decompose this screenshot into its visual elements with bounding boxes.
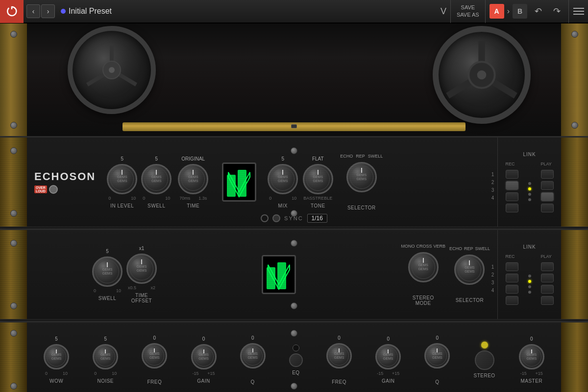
power-button[interactable] [0,0,24,23]
panel1: ECHOSON OVERLOUD 5 GEMSGEMS 0 10 [0,136,588,227]
panel2-gold-right [561,230,588,319]
ab-button-b[interactable]: B [513,4,527,19]
screw [571,31,578,38]
screw [291,383,297,390]
screw [10,122,17,129]
panel2: 5 GEMSGEMS 0 10 SWELL x1 GE [0,229,588,319]
toolbar: ‹ › Initial Preset V SAVE SAVE AS A › B … [0,0,588,23]
next-button[interactable]: › [41,4,55,18]
preset-name: Initial Preset [69,7,437,16]
reel-spokes-right [442,36,521,114]
screw [571,122,578,129]
screw [291,240,297,247]
panel3-gold-right [561,323,588,392]
nav-section: ‹ › [24,4,58,18]
ab-arrow[interactable]: › [507,7,510,16]
reel-right-mount [433,26,521,114]
svg-point-4 [109,67,115,73]
save-section: SAVE SAVE AS [450,0,486,23]
preset-dropdown[interactable]: V [437,4,450,18]
screw [291,147,297,154]
screw [291,302,297,309]
save-button[interactable]: SAVE [461,4,475,11]
screw [291,210,297,217]
tape-notch [291,124,297,128]
screw [291,330,297,337]
screw [10,31,17,38]
menu-button[interactable] [568,0,588,23]
tape-machine-body [27,23,561,136]
reel-right-outer [433,26,531,124]
reel-left-outer [68,26,156,114]
prev-button[interactable]: ‹ [26,4,40,18]
gold-frame-left [0,23,27,136]
save-as-button[interactable]: SAVE AS [457,11,479,19]
ab-button-a[interactable]: A [490,4,504,19]
redo-button[interactable]: ↷ [549,3,564,19]
reel-left-mount [68,26,156,114]
menu-icon [573,8,584,15]
main-area: ECHOSON OVERLOUD 5 GEMSGEMS 0 10 [0,23,588,392]
panel3: 5 GEMSGEMS 0 10 WOW 5 GEMSG [0,321,588,392]
tape-machine-section [0,23,588,136]
svg-point-9 [477,70,486,80]
panel1-gold-right [561,138,588,227]
ab-section: A › B ↶ ↷ [486,3,568,19]
reel-spokes-left [82,41,141,99]
tape-reel-area [27,23,561,114]
reel-left [68,26,156,114]
reel-right [433,26,521,114]
undo-button[interactable]: ↶ [530,3,546,19]
gold-frame-right [561,23,588,136]
preset-dot [61,9,66,14]
